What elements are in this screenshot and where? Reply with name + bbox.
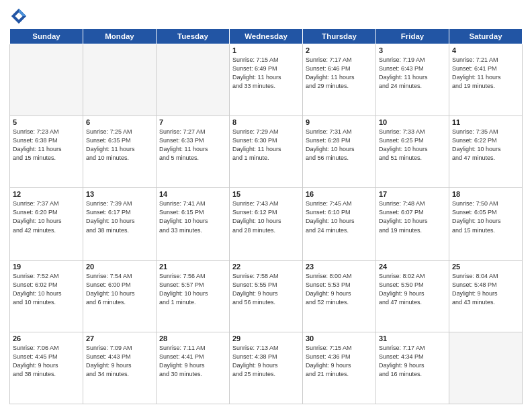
day-number: 12 <box>13 190 80 198</box>
day-info: Sunrise: 7:48 AM Sunset: 6:07 PM Dayligh… <box>379 199 446 234</box>
day-cell: 2Sunrise: 7:17 AM Sunset: 6:46 PM Daylig… <box>303 44 376 116</box>
day-info: Sunrise: 8:04 AM Sunset: 5:48 PM Dayligh… <box>452 272 519 307</box>
day-cell: 15Sunrise: 7:43 AM Sunset: 6:12 PM Dayli… <box>230 188 303 260</box>
day-info: Sunrise: 7:41 AM Sunset: 6:15 PM Dayligh… <box>159 199 226 234</box>
day-cell: 6Sunrise: 7:25 AM Sunset: 6:35 PM Daylig… <box>83 116 157 188</box>
day-number: 15 <box>232 190 300 198</box>
day-number: 2 <box>306 46 373 54</box>
day-number: 27 <box>86 334 153 342</box>
day-info: Sunrise: 8:02 AM Sunset: 5:50 PM Dayligh… <box>379 272 446 307</box>
day-number: 21 <box>159 263 226 271</box>
day-cell: 1Sunrise: 7:15 AM Sunset: 6:49 PM Daylig… <box>230 44 303 116</box>
day-info: Sunrise: 7:15 AM Sunset: 4:36 PM Dayligh… <box>306 344 373 379</box>
day-info: Sunrise: 7:17 AM Sunset: 4:34 PM Dayligh… <box>379 344 446 379</box>
day-info: Sunrise: 8:00 AM Sunset: 5:53 PM Dayligh… <box>306 272 373 307</box>
day-number: 11 <box>452 118 519 126</box>
calendar-body: 1Sunrise: 7:15 AM Sunset: 6:49 PM Daylig… <box>10 44 523 404</box>
day-cell: 5Sunrise: 7:23 AM Sunset: 6:38 PM Daylig… <box>10 116 83 188</box>
week-row-2: 5Sunrise: 7:23 AM Sunset: 6:38 PM Daylig… <box>10 116 523 188</box>
day-info: Sunrise: 7:33 AM Sunset: 6:25 PM Dayligh… <box>379 128 446 163</box>
day-cell: 20Sunrise: 7:54 AM Sunset: 6:00 PM Dayli… <box>83 260 157 332</box>
day-cell: 13Sunrise: 7:39 AM Sunset: 6:17 PM Dayli… <box>83 188 157 260</box>
day-info: Sunrise: 7:06 AM Sunset: 4:45 PM Dayligh… <box>13 344 80 379</box>
day-cell: 7Sunrise: 7:27 AM Sunset: 6:33 PM Daylig… <box>157 116 230 188</box>
day-number: 24 <box>379 263 446 271</box>
day-info: Sunrise: 7:09 AM Sunset: 4:43 PM Dayligh… <box>86 344 153 379</box>
day-cell: 23Sunrise: 8:00 AM Sunset: 5:53 PM Dayli… <box>303 260 376 332</box>
day-info: Sunrise: 7:21 AM Sunset: 6:41 PM Dayligh… <box>452 56 519 91</box>
day-number: 22 <box>232 263 300 271</box>
page: SundayMondayTuesdayWednesdayThursdayFrid… <box>0 0 532 411</box>
day-cell <box>10 44 83 116</box>
day-number: 25 <box>452 263 519 271</box>
col-header-tuesday: Tuesday <box>157 29 230 44</box>
day-number: 8 <box>232 118 300 126</box>
day-info: Sunrise: 7:39 AM Sunset: 6:17 PM Dayligh… <box>86 199 153 234</box>
day-cell: 12Sunrise: 7:37 AM Sunset: 6:20 PM Dayli… <box>10 188 83 260</box>
day-cell: 28Sunrise: 7:11 AM Sunset: 4:41 PM Dayli… <box>157 332 230 404</box>
day-info: Sunrise: 7:45 AM Sunset: 6:10 PM Dayligh… <box>306 199 373 234</box>
day-info: Sunrise: 7:13 AM Sunset: 4:38 PM Dayligh… <box>232 344 300 379</box>
day-cell: 31Sunrise: 7:17 AM Sunset: 4:34 PM Dayli… <box>376 332 449 404</box>
calendar-header: SundayMondayTuesdayWednesdayThursdayFrid… <box>10 29 523 44</box>
day-number: 31 <box>379 334 446 342</box>
logo-icon <box>9 7 28 26</box>
day-number: 26 <box>13 334 80 342</box>
day-number: 20 <box>86 263 153 271</box>
calendar-table: SundayMondayTuesdayWednesdayThursdayFrid… <box>9 28 523 404</box>
week-row-5: 26Sunrise: 7:06 AM Sunset: 4:45 PM Dayli… <box>10 332 523 404</box>
day-info: Sunrise: 7:19 AM Sunset: 6:43 PM Dayligh… <box>379 56 446 91</box>
day-info: Sunrise: 7:58 AM Sunset: 5:55 PM Dayligh… <box>232 272 300 307</box>
day-number: 16 <box>306 190 373 198</box>
day-info: Sunrise: 7:43 AM Sunset: 6:12 PM Dayligh… <box>232 199 300 234</box>
day-number: 4 <box>452 46 519 54</box>
day-info: Sunrise: 7:23 AM Sunset: 6:38 PM Dayligh… <box>13 128 80 163</box>
day-cell: 8Sunrise: 7:29 AM Sunset: 6:30 PM Daylig… <box>230 116 303 188</box>
day-info: Sunrise: 7:52 AM Sunset: 6:02 PM Dayligh… <box>13 272 80 307</box>
day-number: 10 <box>379 118 446 126</box>
day-number: 3 <box>379 46 446 54</box>
day-number: 13 <box>86 190 153 198</box>
day-info: Sunrise: 7:35 AM Sunset: 6:22 PM Dayligh… <box>452 128 519 163</box>
day-cell: 29Sunrise: 7:13 AM Sunset: 4:38 PM Dayli… <box>230 332 303 404</box>
day-cell: 24Sunrise: 8:02 AM Sunset: 5:50 PM Dayli… <box>376 260 449 332</box>
day-cell: 4Sunrise: 7:21 AM Sunset: 6:41 PM Daylig… <box>449 44 523 116</box>
day-info: Sunrise: 7:25 AM Sunset: 6:35 PM Dayligh… <box>86 128 153 163</box>
day-cell <box>449 332 523 404</box>
day-cell: 27Sunrise: 7:09 AM Sunset: 4:43 PM Dayli… <box>83 332 157 404</box>
col-header-friday: Friday <box>376 29 449 44</box>
logo <box>9 7 31 26</box>
day-number: 7 <box>159 118 226 126</box>
col-header-thursday: Thursday <box>303 29 376 44</box>
day-info: Sunrise: 7:54 AM Sunset: 6:00 PM Dayligh… <box>86 272 153 307</box>
day-info: Sunrise: 7:29 AM Sunset: 6:30 PM Dayligh… <box>232 128 300 163</box>
day-cell: 26Sunrise: 7:06 AM Sunset: 4:45 PM Dayli… <box>10 332 83 404</box>
day-info: Sunrise: 7:17 AM Sunset: 6:46 PM Dayligh… <box>306 56 373 91</box>
day-number: 19 <box>13 263 80 271</box>
day-cell: 17Sunrise: 7:48 AM Sunset: 6:07 PM Dayli… <box>376 188 449 260</box>
day-cell <box>157 44 230 116</box>
day-cell: 18Sunrise: 7:50 AM Sunset: 6:05 PM Dayli… <box>449 188 523 260</box>
day-info: Sunrise: 7:37 AM Sunset: 6:20 PM Dayligh… <box>13 199 80 234</box>
day-number: 6 <box>86 118 153 126</box>
header <box>9 7 523 26</box>
day-number: 18 <box>452 190 519 198</box>
col-header-wednesday: Wednesday <box>230 29 303 44</box>
day-cell: 9Sunrise: 7:31 AM Sunset: 6:28 PM Daylig… <box>303 116 376 188</box>
col-header-monday: Monday <box>83 29 157 44</box>
day-number: 30 <box>306 334 373 342</box>
col-header-sunday: Sunday <box>10 29 83 44</box>
day-number: 14 <box>159 190 226 198</box>
day-number: 23 <box>306 263 373 271</box>
day-cell: 14Sunrise: 7:41 AM Sunset: 6:15 PM Dayli… <box>157 188 230 260</box>
day-cell: 11Sunrise: 7:35 AM Sunset: 6:22 PM Dayli… <box>449 116 523 188</box>
week-row-4: 19Sunrise: 7:52 AM Sunset: 6:02 PM Dayli… <box>10 260 523 332</box>
day-number: 17 <box>379 190 446 198</box>
day-info: Sunrise: 7:56 AM Sunset: 5:57 PM Dayligh… <box>159 272 226 307</box>
day-cell: 16Sunrise: 7:45 AM Sunset: 6:10 PM Dayli… <box>303 188 376 260</box>
col-header-saturday: Saturday <box>449 29 523 44</box>
day-cell: 10Sunrise: 7:33 AM Sunset: 6:25 PM Dayli… <box>376 116 449 188</box>
day-info: Sunrise: 7:27 AM Sunset: 6:33 PM Dayligh… <box>159 128 226 163</box>
header-row: SundayMondayTuesdayWednesdayThursdayFrid… <box>10 29 523 44</box>
day-cell: 3Sunrise: 7:19 AM Sunset: 6:43 PM Daylig… <box>376 44 449 116</box>
